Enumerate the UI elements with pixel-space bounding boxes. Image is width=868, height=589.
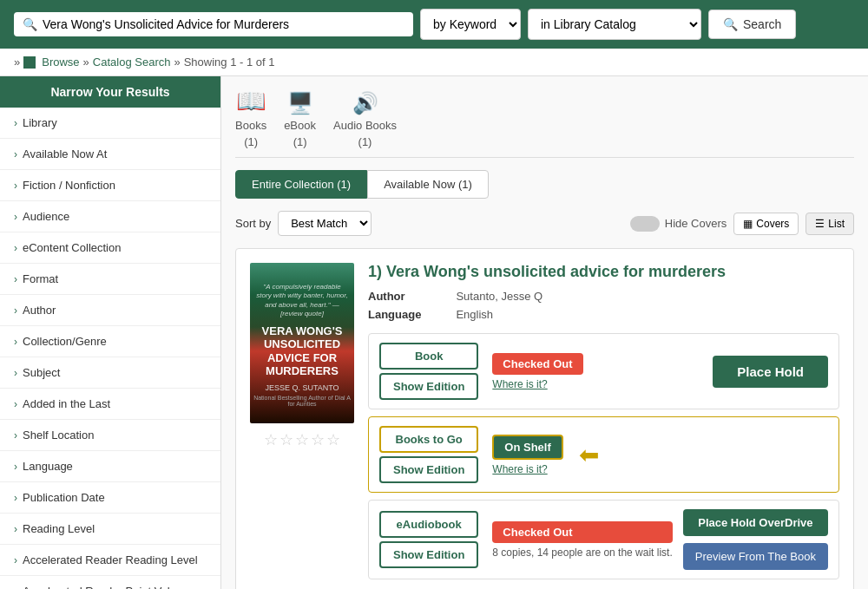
star-1: ☆	[264, 430, 278, 449]
sidebar-item-audience[interactable]: › Audience	[0, 201, 220, 232]
sidebar-item-added-in-last[interactable]: › Added in the Last	[0, 389, 220, 420]
search-by-dropdown[interactable]: by Keyword	[420, 9, 521, 40]
author-value: Sutanto, Jesse Q	[456, 290, 542, 303]
hide-covers-toggle[interactable]	[630, 216, 660, 232]
place-hold-overdrive-button[interactable]: Place Hold OverDrive	[683, 509, 828, 536]
search-input[interactable]	[43, 17, 404, 31]
sidebar-label-pub-date: Publication Date	[23, 491, 105, 504]
sidebar-item-library[interactable]: › Library	[0, 108, 220, 139]
sidebar-label-shelf: Shelf Location	[23, 429, 94, 442]
format-tab-books-label: Books	[235, 119, 266, 132]
chevron-right-icon: ›	[14, 429, 17, 442]
sidebar-item-author[interactable]: › Author	[0, 295, 220, 326]
list-btn-label: List	[828, 218, 845, 230]
preview-from-book-button[interactable]: Preview From The Book	[683, 543, 828, 570]
sidebar-item-ar-reading-level[interactable]: › Accelerated Reader Reading Level	[0, 545, 220, 576]
book-cover-image: "A compulsively readable story with witt…	[250, 263, 354, 423]
edition-audio-inner: eAudiobook Show Edition Checked Out 8 co…	[379, 509, 828, 570]
chevron-right-icon: ›	[14, 398, 17, 410]
eaudiobook-format-button[interactable]: eAudiobook	[379, 511, 478, 538]
search-btn-icon: 🔍	[723, 17, 738, 31]
breadcrumb-showing: Showing 1 - 1 of 1	[184, 56, 275, 69]
star-5: ☆	[326, 430, 340, 449]
btg-where-is-it-link[interactable]: Where is it?	[492, 463, 562, 475]
sidebar-item-language[interactable]: › Language	[0, 451, 220, 482]
sort-bar: Sort by Best Match Hide Covers ▦ Covers …	[235, 211, 854, 236]
star-rating: ☆ ☆ ☆ ☆ ☆	[250, 430, 354, 449]
edition-audio-status: Checked Out 8 copies, 14 people are on t…	[492, 521, 672, 559]
edition-btg-inner: Books to Go Show Edition On Shelf Where …	[379, 426, 828, 483]
breadcrumb-browse[interactable]: Browse	[42, 56, 79, 69]
sidebar-item-collection-genre[interactable]: › Collection/Genre	[0, 326, 220, 357]
format-tab-ebook[interactable]: 🖥️ eBook (1)	[284, 91, 316, 148]
on-shelf-arrow-icon: ⬅	[579, 441, 599, 469]
language-label: Language	[368, 308, 421, 321]
search-button[interactable]: 🔍 Search	[708, 10, 796, 39]
sidebar-label-collection: Collection/Genre	[23, 335, 107, 348]
cover-author-text: JESSE Q. SUTANTO	[261, 383, 342, 392]
sidebar-item-fiction-nonfiction[interactable]: › Fiction / Nonfiction	[0, 170, 220, 201]
chevron-right-icon: ›	[14, 523, 17, 535]
filter-tabs: Entire Collection (1) Available Now (1)	[235, 170, 854, 199]
chevron-right-icon: ›	[14, 148, 17, 160]
book-cover-section: "A compulsively readable story with witt…	[250, 263, 354, 579]
search-bar: 🔍	[14, 12, 413, 36]
sort-left: Sort by Best Match	[235, 211, 372, 236]
hide-covers-toggle-container: Hide Covers	[630, 216, 727, 232]
eaudiobook-show-edition-button[interactable]: Show Edition	[379, 541, 478, 568]
sidebar-item-shelf-location[interactable]: › Shelf Location	[0, 420, 220, 451]
filter-entire-collection[interactable]: Entire Collection (1)	[235, 170, 367, 199]
books-to-go-show-edition-button[interactable]: Show Edition	[379, 456, 478, 483]
filter-available-now[interactable]: Available Now (1)	[367, 170, 489, 199]
sidebar-header: Narrow Your Results	[0, 76, 220, 108]
sort-select[interactable]: Best Match	[278, 211, 372, 236]
sidebar-label-library: Library	[23, 116, 57, 129]
sidebar: Narrow Your Results › Library › Availabl…	[0, 76, 221, 589]
chevron-right-icon: ›	[14, 367, 17, 379]
edition-book-status: Checked Out Where is it?	[492, 353, 582, 390]
breadcrumb-catalog-search[interactable]: Catalog Search	[93, 56, 171, 69]
chevron-right-icon: ›	[14, 117, 17, 129]
book-meta: Author Language Sutanto, Jesse Q English	[368, 290, 839, 321]
sidebar-item-econtent[interactable]: › eContent Collection	[0, 232, 220, 264]
result-title[interactable]: Vera Wong's unsolicited advice for murde…	[386, 263, 726, 280]
sidebar-item-ar-point-value[interactable]: › Accelerated Reader Point Value	[0, 576, 220, 589]
breadcrumb-sep2: »	[83, 56, 89, 69]
format-tab-books[interactable]: 📖 Books (1)	[235, 87, 266, 148]
book-where-is-it-link[interactable]: Where is it?	[492, 378, 582, 390]
header: 🔍 by Keyword in Library Catalog 🔍 Search	[0, 0, 868, 49]
ebook-icon: 🖥️	[287, 91, 313, 115]
sidebar-item-reading-level[interactable]: › Reading Level	[0, 514, 220, 545]
covers-icon: ▦	[743, 218, 753, 230]
chevron-right-icon: ›	[14, 492, 17, 504]
place-hold-button[interactable]: Place Hold	[713, 356, 828, 388]
covers-view-btn[interactable]: ▦ Covers	[733, 213, 799, 235]
sidebar-item-subject[interactable]: › Subject	[0, 357, 220, 389]
chevron-right-icon: ›	[14, 554, 17, 566]
edition-audio-actions: eAudiobook Show Edition	[379, 511, 478, 568]
list-view-btn[interactable]: ☰ List	[806, 213, 854, 235]
edition-book-actions: Book Show Edition	[379, 343, 478, 400]
btg-status-badge: On Shelf	[492, 435, 562, 460]
browse-icon	[23, 56, 36, 69]
sidebar-label-reading-level: Reading Level	[23, 522, 95, 535]
book-title: 1) Vera Wong's unsolicited advice for mu…	[368, 263, 839, 281]
sidebar-label-ar-point: Accelerated Reader Point Value	[23, 585, 182, 589]
sidebar-item-available-now-at[interactable]: › Available Now At	[0, 139, 220, 170]
format-tab-audiobooks[interactable]: 🔊 Audio Books (1)	[333, 91, 397, 148]
sidebar-label-author: Author	[23, 304, 56, 317]
search-in-dropdown[interactable]: in Library Catalog	[528, 9, 701, 40]
sidebar-item-publication-date[interactable]: › Publication Date	[0, 482, 220, 514]
book-show-edition-button[interactable]: Show Edition	[379, 373, 478, 400]
book-details: 1) Vera Wong's unsolicited advice for mu…	[368, 263, 839, 579]
edition-row-books-to-go: Books to Go Show Edition On Shelf Where …	[368, 416, 839, 493]
meta-labels: Author Language	[368, 290, 421, 321]
books-to-go-format-button[interactable]: Books to Go	[379, 426, 478, 453]
book-format-button[interactable]: Book	[379, 343, 478, 370]
star-2: ☆	[279, 430, 293, 449]
wait-list-info: 8 copies, 14 people are on the wait list…	[492, 546, 672, 559]
breadcrumb-sep1: »	[14, 56, 20, 69]
format-tab-books-count: (1)	[244, 135, 258, 148]
sidebar-item-format[interactable]: › Format	[0, 264, 220, 295]
language-value: English	[456, 308, 542, 321]
